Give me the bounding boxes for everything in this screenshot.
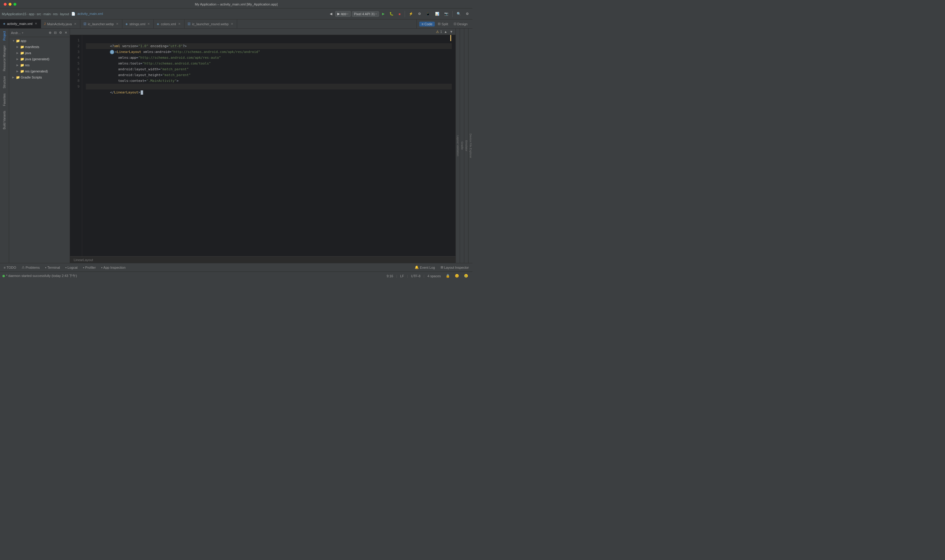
project-tree[interactable]: ▼ 📁 app ▶ 📁 manifests ▶ 📁 java xyxy=(9,37,70,263)
bottom-tab-profiler[interactable]: ▪ Profiler xyxy=(81,265,99,270)
layout-validation-panel[interactable]: Layout Validation xyxy=(456,29,460,263)
tree-item-res-gen[interactable]: ▶ 📁 res (generated) xyxy=(9,68,70,74)
tree-item-app[interactable]: ▼ 📁 app xyxy=(9,38,70,44)
device-file-panel[interactable]: Device File Explorer xyxy=(468,29,472,263)
editor-content[interactable]: 1 2 3 4 5 6 7 8 9 <?xml version="1.0" en… xyxy=(70,35,456,256)
bottom-tab-event-log[interactable]: 🔔 Event Log xyxy=(412,265,437,270)
maximize-button[interactable] xyxy=(13,3,17,6)
code-editor[interactable]: <?xml version="1.0" encoding="utf-8"?> C… xyxy=(82,35,456,256)
tab-close-strings[interactable]: ✕ xyxy=(147,22,151,26)
collapse-all-btn[interactable]: ⊟ xyxy=(53,30,57,35)
tab-close-ic-launcher[interactable]: ✕ xyxy=(115,22,119,26)
app-inspection-label: App Inspection xyxy=(103,266,126,269)
project-panel-header: Andr... ▾ ⊕ ⊟ ⚙ ✕ xyxy=(9,29,70,37)
tree-item-gradle-scripts[interactable]: ▶ 📁 Gradle Scripts xyxy=(9,74,70,80)
close-panel-btn[interactable]: ✕ xyxy=(64,30,68,35)
app-window: My Application – activity_main.xml [My_A… xyxy=(0,0,472,280)
strings-xml-icon: ◈ xyxy=(125,22,128,26)
tab-close-activity-main[interactable]: ✕ xyxy=(34,22,38,26)
debug-button[interactable]: 🐛 xyxy=(388,11,396,17)
tab-activity-main[interactable]: ◈ activity_main.xml ✕ xyxy=(0,20,41,28)
profiler-button[interactable]: 📊 xyxy=(433,11,441,17)
webp-icon: 🖼 xyxy=(83,22,86,26)
bottom-tab-todo[interactable]: ≡ TODO xyxy=(1,265,18,270)
bottom-tab-logcat[interactable]: ▪ Logcat xyxy=(63,265,80,270)
warning-down-btn[interactable]: ▼ xyxy=(449,29,454,34)
sdk-button[interactable]: ⚙ xyxy=(416,11,423,17)
emulator-panel[interactable]: Emulator xyxy=(464,29,468,263)
code-view-button[interactable]: ≡ Code xyxy=(419,22,435,26)
profiler-icon: ▪ xyxy=(83,266,84,269)
tab-ic-launcher-round[interactable]: 🖼 ic_launcher_round.webp ✕ xyxy=(185,20,237,28)
breadcrumb-item-layout[interactable]: layout xyxy=(60,12,69,16)
close-button[interactable] xyxy=(4,3,7,6)
sync-button[interactable]: ⚡ xyxy=(407,11,415,17)
tab-main-activity[interactable]: J MainActivity.java ✕ xyxy=(41,20,80,28)
search-button[interactable]: 🔍 xyxy=(455,11,463,17)
right-gutter xyxy=(450,35,451,256)
line-ending[interactable]: LF xyxy=(398,274,406,278)
sidebar-tab-project[interactable]: Project xyxy=(2,29,7,42)
avd-button[interactable]: 📱 xyxy=(424,11,432,17)
expand-arrow-manifests: ▶ xyxy=(17,45,20,48)
expand-arrow-app: ▼ xyxy=(12,39,15,42)
sidebar-tab-resource[interactable]: Resource Manager xyxy=(2,43,7,73)
stop-button[interactable]: ■ xyxy=(397,11,402,17)
tab-colors[interactable]: ◈ colors.xml ✕ xyxy=(154,20,185,28)
options-btn[interactable]: ⚙ xyxy=(58,30,63,35)
folder-icon-app: 📁 xyxy=(16,39,20,43)
bottom-tab-terminal[interactable]: ▪ Terminal xyxy=(43,265,62,270)
design-view-button[interactable]: ⊡ Design xyxy=(451,21,470,26)
logcat-icon: ▪ xyxy=(65,266,67,269)
line-numbers: 1 2 3 4 5 6 7 8 9 xyxy=(70,35,82,256)
tree-item-manifests[interactable]: ▶ 📁 manifests xyxy=(9,44,70,50)
breadcrumb-item-src[interactable]: src xyxy=(37,12,41,16)
tab-close-colors[interactable]: ✕ xyxy=(177,22,181,26)
breadcrumb-item-myapplication[interactable]: MyApplication15 xyxy=(2,12,26,16)
breadcrumb-item-res[interactable]: res xyxy=(53,12,57,16)
tree-item-java-gen[interactable]: ▶ 📁 java (generated) xyxy=(9,56,70,62)
tree-label-java: java xyxy=(25,51,31,55)
warning-up-btn[interactable]: ▲ xyxy=(443,29,448,34)
settings-button[interactable]: ⚙ xyxy=(464,11,471,17)
bottom-tab-layout-inspector[interactable]: ⊞ Layout Inspector xyxy=(438,265,471,270)
bottom-tab-app-inspection[interactable]: ▪ App Inspection xyxy=(99,265,128,270)
sync-project-btn[interactable]: ⊕ xyxy=(48,30,52,35)
encoding[interactable]: UTF-8 xyxy=(409,274,422,278)
title-bar: My Application – activity_main.xml [My_A… xyxy=(0,0,472,9)
tree-label-res-gen: res (generated) xyxy=(25,69,48,73)
lock-icon: 🔒 xyxy=(444,273,452,278)
sep1 xyxy=(405,11,405,17)
run-button[interactable]: ▶ xyxy=(380,11,386,17)
tab-label-ic-launcher: ic_launcher.webp xyxy=(88,22,114,26)
device-file-label: Device File Explorer xyxy=(469,134,472,158)
breadcrumb-item-app[interactable]: app xyxy=(29,12,34,16)
breadcrumb-item-main[interactable]: main xyxy=(43,12,51,16)
screenshot-button[interactable]: 📷 xyxy=(442,11,450,17)
app-selector[interactable]: ▶ app ▾ xyxy=(335,11,351,17)
tab-ic-launcher[interactable]: 🖼 ic_launcher.webp ✕ xyxy=(80,20,122,28)
tab-close-ic-launcher-round[interactable]: ✕ xyxy=(230,22,234,26)
split-view-button[interactable]: ⊟ Split xyxy=(436,21,450,26)
app-inspection-icon: ▪ xyxy=(102,266,103,269)
expand-arrow-res-gen: ▶ xyxy=(17,70,20,73)
sidebar-tab-structure[interactable]: Structure xyxy=(2,74,7,91)
layout-inspector-icon: ⊞ xyxy=(440,265,443,269)
sidebar-tab-build[interactable]: Build Variants xyxy=(2,109,7,131)
tab-close-main-activity[interactable]: ✕ xyxy=(73,22,77,26)
cursor-position[interactable]: 9:16 xyxy=(385,274,395,278)
device-selector[interactable]: Pixel 4 API 31 ▾ xyxy=(352,11,379,17)
tab-strings[interactable]: ◈ strings.xml ✕ xyxy=(122,20,154,28)
tree-item-res[interactable]: ▶ 📁 res xyxy=(9,62,70,68)
code-view-icon: ≡ xyxy=(422,22,423,26)
back-button[interactable]: ◀ xyxy=(328,11,334,17)
tree-item-java[interactable]: ▶ 📁 java xyxy=(9,50,70,56)
minimize-button[interactable] xyxy=(9,3,12,6)
profiler-label: Profiler xyxy=(85,266,96,269)
gradle-panel[interactable]: Gradle xyxy=(460,29,464,263)
indent[interactable]: 4 spaces xyxy=(426,274,443,278)
sidebar-tab-favorites[interactable]: Favorites xyxy=(2,92,7,108)
cursor xyxy=(141,91,143,95)
project-dropdown[interactable]: Andr... xyxy=(11,31,21,35)
bottom-tab-problems[interactable]: ⚠ Problems xyxy=(19,265,42,270)
